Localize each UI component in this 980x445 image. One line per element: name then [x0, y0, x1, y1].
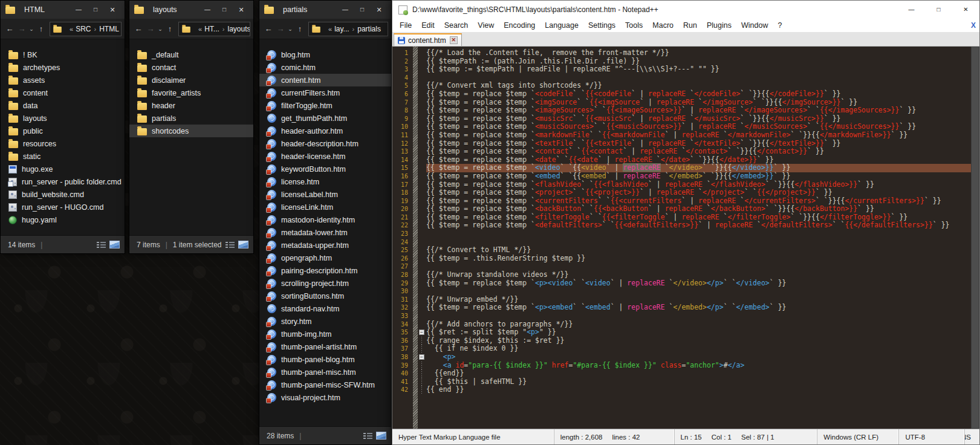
code-text[interactable]	[426, 312, 971, 320]
file-item[interactable]: thumb-panel-misc-SFW.htm	[259, 378, 391, 391]
vertical-scrollbar[interactable]	[971, 47, 979, 429]
file-item[interactable]: thumb-panel-artist.htm	[259, 340, 391, 353]
file-item[interactable]: opengraph.htm	[259, 252, 391, 264]
file-item[interactable]: data	[1, 99, 125, 112]
fold-collapse-icon[interactable]: −	[418, 328, 426, 337]
minimize-button[interactable]: —	[199, 1, 216, 19]
line-number[interactable]: 37	[392, 345, 410, 353]
menu-edit[interactable]: Edit	[417, 21, 440, 30]
line-number[interactable]: 39	[392, 362, 410, 370]
line-number[interactable]: 35	[392, 328, 410, 337]
back-icon[interactable]: ←	[4, 24, 16, 33]
file-item[interactable]: _default	[129, 48, 253, 61]
file-item[interactable]: assets	[1, 74, 125, 86]
file-item[interactable]: hugo.exe	[1, 163, 125, 175]
breadcrumb-segment[interactable]: HTML	[99, 25, 119, 33]
file-item[interactable]: pairing-description.htm	[259, 264, 391, 277]
code-text[interactable]: {{ $temp = replace $temp `<contact` `{{<…	[426, 148, 971, 156]
line-number[interactable]: 23	[392, 230, 410, 238]
fold-collapse-icon[interactable]: −	[418, 353, 426, 362]
code-text[interactable]: {{/* Add anchors to paragraphs */}}	[426, 320, 971, 329]
back-icon[interactable]: ←	[132, 24, 144, 33]
file-item[interactable]: blog.htm	[259, 48, 391, 61]
code-text[interactable]: {{ $this | safeHTML }}	[426, 378, 971, 386]
code-text[interactable]: {{ $temp = replace $temp `<markdownFile`…	[426, 131, 971, 140]
file-item[interactable]: filterToggle.htm	[259, 99, 391, 112]
code-text[interactable]: {{ $temp = replace $temp `<project>` `{{…	[426, 189, 971, 197]
menu-run[interactable]: Run	[678, 21, 702, 30]
file-item[interactable]: content.htm	[259, 74, 391, 86]
code-line[interactable]: 31{{/* Unwrap embed */}}	[392, 296, 971, 304]
code-line[interactable]: 7{{ $temp = replace $temp `<imgSource` `…	[392, 99, 971, 107]
line-number[interactable]: 31	[392, 296, 410, 304]
history-dropdown-icon[interactable]: ⌄	[28, 26, 35, 32]
breadcrumb-segment[interactable]: partials	[357, 25, 381, 33]
thumbnail-view-icon[interactable]	[376, 432, 386, 440]
file-item[interactable]: keywordButton.htm	[259, 163, 391, 175]
history-dropdown-icon[interactable]: ⌄	[287, 26, 294, 32]
menu-window[interactable]: Window	[736, 21, 773, 30]
line-number[interactable]: 36	[392, 337, 410, 345]
code-line[interactable]: 15{{ $temp = replace $temp `<video` `{{<…	[392, 164, 971, 172]
tab-close-icon[interactable]: ✕	[450, 36, 458, 44]
breadcrumb-segment[interactable]: lay...	[334, 25, 349, 33]
code-line[interactable]: 32{{ $temp = replace $temp `<p><embed` `…	[392, 304, 971, 312]
back-icon[interactable]: ←	[262, 24, 274, 33]
code-text[interactable]: {{ $tempPath := (path.Join .this.File.Di…	[426, 57, 971, 66]
line-number[interactable]: 40	[392, 369, 410, 378]
menu-plugins[interactable]: Plugins	[702, 21, 736, 30]
menu-view[interactable]: View	[473, 21, 499, 30]
code-line[interactable]: 23	[392, 230, 971, 238]
title-bar[interactable]: HTML — □ ✕	[1, 1, 125, 19]
file-item[interactable]: resources	[1, 137, 125, 150]
file-item[interactable]: mastodon-identity.htm	[259, 213, 391, 226]
line-number[interactable]: 13	[392, 148, 410, 156]
code-line[interactable]: 14{{ $temp = replace $temp `<date` `{{<d…	[392, 156, 971, 164]
line-number[interactable]: 15	[392, 164, 410, 172]
thumbnail-view-icon[interactable]	[238, 241, 248, 248]
code-line[interactable]: 38− <p>	[392, 353, 971, 362]
code-line[interactable]: 29{{ $temp = replace $temp `<p><video` `…	[392, 279, 971, 288]
code-text[interactable]	[426, 287, 971, 296]
code-text[interactable]: {{ if ne $index 0 }}	[426, 345, 971, 353]
editor[interactable]: 1{{/* Load the .Content file, remove the…	[392, 47, 979, 429]
code-text[interactable]: {{end}}	[426, 369, 971, 378]
code-text[interactable]	[426, 262, 971, 271]
line-number[interactable]: 4	[392, 74, 410, 82]
code-text[interactable]: {{ $temp = replace $temp `<backButton` `…	[426, 205, 971, 213]
code-text[interactable]: {{ end }}	[426, 386, 971, 394]
code-text[interactable]: {{/* Load the .Content file, remove the …	[426, 49, 971, 57]
file-item[interactable]: run_server - public folder.cmd	[1, 175, 125, 188]
line-number[interactable]: 27	[392, 262, 410, 271]
line-number[interactable]: 41	[392, 378, 410, 386]
up-icon[interactable]: ↑	[164, 24, 176, 33]
code-text[interactable]: {{ $temp = replace $temp `<date` `{{<dat…	[426, 156, 971, 164]
code-text[interactable]: <a id="para-{{ $index }}" href="#para-{{…	[426, 362, 971, 370]
code-line[interactable]: 6{{ $temp = replace $temp `<codeFile` `{…	[392, 90, 971, 99]
menu-macro[interactable]: Macro	[647, 21, 678, 30]
breadcrumb-overflow-icon[interactable]: «	[328, 25, 332, 33]
line-number[interactable]: 1	[392, 49, 410, 57]
code-line[interactable]: 41 {{ $this | safeHTML }}	[392, 378, 971, 386]
code-text[interactable]	[426, 74, 971, 82]
line-number[interactable]: 38	[392, 353, 410, 362]
file-item[interactable]: public	[1, 125, 125, 137]
menu-search[interactable]: Search	[440, 21, 473, 30]
line-number[interactable]: 18	[392, 189, 410, 197]
code-line[interactable]: 8{{ $temp = replace $temp `<imageSources…	[392, 106, 971, 115]
code-text[interactable]: {{/* Convert to HTML */}}	[426, 246, 971, 255]
file-item[interactable]: hugo.yaml	[1, 213, 125, 226]
insert-mode[interactable]: INS	[965, 429, 979, 444]
code-text[interactable]: {{ $temp = replace $temp `<flashVideo` `…	[426, 181, 971, 189]
line-number[interactable]: 2	[392, 57, 410, 66]
breadcrumb-segment[interactable]: HT...	[204, 25, 219, 33]
line-number[interactable]: 11	[392, 131, 410, 140]
code-text[interactable]: {{ $temp = .this.RenderString $temp }}	[426, 255, 971, 263]
code-text[interactable]: {{/* Unwrap embed */}}	[426, 296, 971, 304]
up-icon[interactable]: ↑	[294, 24, 306, 33]
code-line[interactable]: 26{{ $temp = .this.RenderString $temp }}	[392, 255, 971, 263]
line-number[interactable]: 28	[392, 271, 410, 279]
line-number[interactable]: 14	[392, 156, 410, 164]
file-item[interactable]: comic.htm	[259, 61, 391, 74]
history-dropdown-icon[interactable]: ⌄	[157, 26, 164, 32]
